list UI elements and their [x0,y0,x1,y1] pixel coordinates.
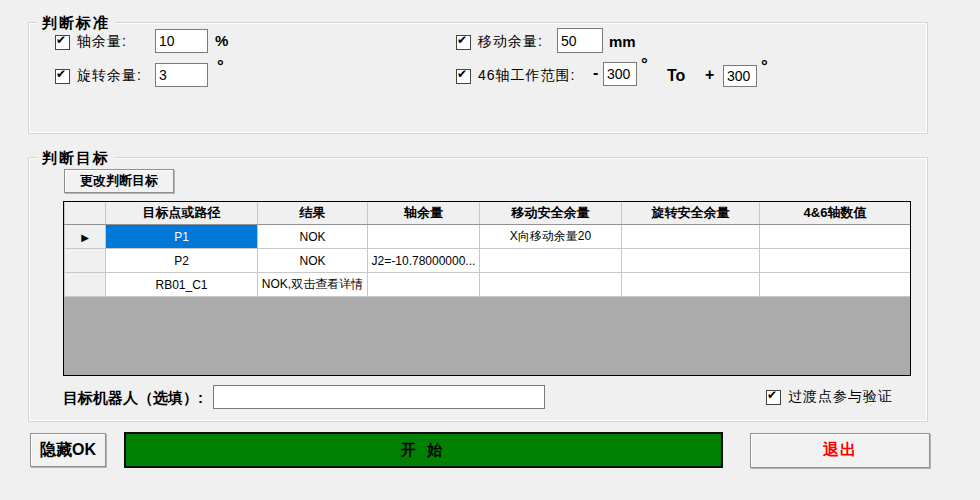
grid-header-row: 目标点或路径 结果 轴余量 移动安全余量 旋转安全余量 4&6轴数值 [65,202,911,225]
axis46-range-row: 46轴工作范围: [456,66,575,86]
cell-axis46-value[interactable] [760,273,911,297]
range-max-unit: ° [761,61,768,73]
cell-axis-margin[interactable] [368,225,480,249]
move-margin-input[interactable] [557,28,603,53]
cell-rotation-safety[interactable] [622,225,760,249]
rotation-margin-label: 旋转余量: [77,67,142,85]
row-selector-cell[interactable] [65,273,106,297]
table-row: P2 NOK J2=-10.78000000... [65,249,911,273]
hide-ok-button[interactable]: 隐藏OK [30,433,106,467]
target-robot-label: 目标机器人（选填）: [63,389,203,408]
exit-button[interactable]: 退出 [750,433,930,468]
row-selector-cell[interactable] [65,249,106,273]
col-header-rotation-safety[interactable]: 旋转安全余量 [622,202,760,225]
axis-margin-checkbox[interactable] [55,35,70,50]
cell-rotation-safety[interactable] [622,273,760,297]
transition-point-row: 过渡点参与验证 [766,387,893,407]
criteria-group-title: 判断标准 [37,13,115,32]
col-header-axis46-value[interactable]: 4&6轴数值 [760,202,911,225]
cell-target[interactable]: P1 [106,225,258,249]
grid-corner-cell[interactable] [65,202,106,225]
cell-axis46-value[interactable] [760,225,911,249]
move-margin-label: 移动余量: [478,33,543,51]
transition-point-checkbox[interactable] [766,390,781,405]
axis-margin-input[interactable] [155,29,208,53]
start-button[interactable]: 开 始 [124,432,723,468]
range-to-label: To [667,67,685,85]
range-min-unit: ° [641,59,648,71]
table-row: RB01_C1 NOK,双击查看详情 [65,273,911,297]
axis-margin-row: 轴余量: [55,32,127,52]
target-groupbox: 判断目标 更改判断目标 目标点或路径 结果 轴余量 移动安全余量 旋转安全余量 … [28,157,928,422]
range-max-input[interactable] [723,65,757,87]
cell-result[interactable]: NOK [258,249,368,273]
rotation-margin-checkbox[interactable] [55,69,70,84]
results-table: 目标点或路径 结果 轴余量 移动安全余量 旋转安全余量 4&6轴数值 ▶ P1 … [64,202,911,297]
move-margin-checkbox[interactable] [456,35,471,50]
axis46-range-label: 46轴工作范围: [478,67,575,85]
axis-margin-label: 轴余量: [77,33,127,51]
col-header-result[interactable]: 结果 [258,202,368,225]
range-plus-sign: + [705,66,714,84]
cell-axis-margin[interactable] [368,273,480,297]
row-selector-icon: ▶ [81,232,89,243]
transition-point-label: 过渡点参与验证 [788,388,893,406]
axis46-range-checkbox[interactable] [456,69,471,84]
rotation-margin-unit: ° [217,61,224,73]
cell-rotation-safety[interactable] [622,249,760,273]
change-target-button[interactable]: 更改判断目标 [64,169,174,193]
col-header-target[interactable]: 目标点或路径 [106,202,258,225]
table-row: ▶ P1 NOK X向移动余量20 [65,225,911,249]
row-selector-cell[interactable]: ▶ [65,225,106,249]
cell-move-safety[interactable]: X向移动余量20 [480,225,622,249]
rotation-margin-row: 旋转余量: [55,66,142,86]
target-group-title: 判断目标 [37,148,115,167]
range-min-input[interactable] [603,62,637,86]
move-margin-unit: mm [609,33,636,50]
criteria-groupbox: 判断标准 轴余量: % 旋转余量: ° 移动余量: mm 46轴工作范围: - … [28,22,928,134]
col-header-move-safety[interactable]: 移动安全余量 [480,202,622,225]
cell-axis46-value[interactable] [760,249,911,273]
cell-result[interactable]: NOK [258,225,368,249]
cell-result[interactable]: NOK,双击查看详情 [258,273,368,297]
rotation-margin-input[interactable] [155,63,208,87]
cell-axis-margin[interactable]: J2=-10.78000000... [368,249,480,273]
axis-margin-unit: % [215,32,228,49]
grid-empty-area [64,297,910,375]
range-minus-sign: - [593,64,598,82]
move-margin-row: 移动余量: [456,32,543,52]
cell-target[interactable]: RB01_C1 [106,273,258,297]
cell-move-safety[interactable] [480,273,622,297]
results-grid: 目标点或路径 结果 轴余量 移动安全余量 旋转安全余量 4&6轴数值 ▶ P1 … [63,201,911,376]
cell-move-safety[interactable] [480,249,622,273]
exit-button-label: 退出 [823,440,857,461]
col-header-axis-margin[interactable]: 轴余量 [368,202,480,225]
target-robot-input[interactable] [213,385,545,409]
cell-target[interactable]: P2 [106,249,258,273]
